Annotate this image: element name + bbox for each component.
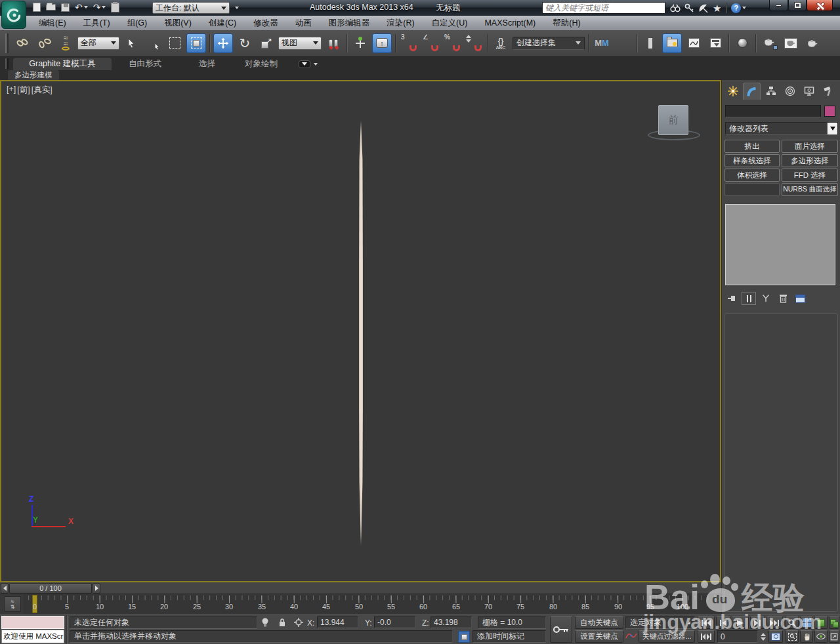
- select-and-rotate-button[interactable]: ↻: [235, 33, 255, 53]
- menu-maxscript[interactable]: MAXScript(M): [476, 16, 544, 30]
- graphite-ribbon-toggle[interactable]: [662, 33, 682, 53]
- next-frame-arrow[interactable]: [93, 583, 100, 594]
- absolute-offset-mode-toggle[interactable]: [293, 617, 304, 630]
- tab-utilities[interactable]: [819, 83, 837, 100]
- ribbon-drag-handle[interactable]: [5, 58, 9, 69]
- isolate-selection-toggle[interactable]: [458, 631, 470, 643]
- rectangular-selection-region-button[interactable]: [165, 33, 184, 53]
- quick-access-overflow-caret[interactable]: [235, 7, 239, 9]
- project-folder-button[interactable]: [111, 1, 119, 13]
- modifier-button-nurbs-select[interactable]: NURBS 曲面选择: [782, 183, 838, 196]
- modifier-button-spline-select[interactable]: 样条线选择: [724, 154, 780, 167]
- search-button[interactable]: [670, 1, 681, 14]
- previous-frame-button[interactable]: [716, 616, 730, 629]
- tab-hierarchy[interactable]: [762, 83, 780, 100]
- viewport-menu-shading[interactable]: [真实]: [32, 85, 52, 96]
- use-pivot-point-button[interactable]: ◆◆: [324, 33, 343, 53]
- viewport-menu-general[interactable]: [+]: [7, 85, 16, 96]
- reference-coordsys-dropdown[interactable]: 视图: [278, 37, 322, 50]
- render-setup-button[interactable]: [759, 33, 779, 53]
- ribbon-tab-freeform[interactable]: 自由形式: [117, 58, 173, 70]
- schematic-view-button[interactable]: [705, 33, 725, 53]
- edit-named-selection-sets-button[interactable]: {}ABC: [491, 33, 511, 53]
- play-animation-button[interactable]: [732, 616, 749, 629]
- x-coord-input[interactable]: [320, 618, 355, 627]
- ribbon-tab-selection[interactable]: 选择: [187, 58, 227, 70]
- undo-dropdown-caret[interactable]: [84, 6, 88, 9]
- subscription-button[interactable]: [684, 1, 694, 14]
- modifier-button-vol-select[interactable]: 体积选择: [724, 169, 780, 182]
- orbit-view-button[interactable]: [814, 630, 828, 643]
- viewcube-cube[interactable]: 前: [658, 105, 688, 135]
- spinner-snap-toggle[interactable]: [464, 33, 484, 53]
- auto-key-toggle[interactable]: 自动关键点: [575, 616, 623, 629]
- bind-to-space-warp-button[interactable]: ≈≈: [56, 33, 75, 53]
- zoom-all-button[interactable]: [800, 616, 813, 629]
- time-configuration-button[interactable]: [768, 630, 783, 643]
- go-to-start-button[interactable]: [698, 616, 715, 629]
- select-object-button[interactable]: [121, 33, 141, 53]
- ribbon-tab-graphite[interactable]: Graphite 建模工具: [13, 58, 112, 70]
- menu-modifiers[interactable]: 修改器: [245, 16, 287, 30]
- zoom-extents-all-button[interactable]: [829, 616, 839, 629]
- y-coord-input[interactable]: [377, 618, 412, 627]
- tab-display[interactable]: [800, 83, 818, 100]
- render-production-button[interactable]: [803, 33, 822, 53]
- zoom-button[interactable]: [786, 616, 799, 629]
- tab-create[interactable]: [724, 83, 742, 100]
- go-to-end-button[interactable]: [766, 616, 783, 629]
- select-and-scale-button[interactable]: ↗: [257, 33, 276, 53]
- open-file-button[interactable]: [46, 1, 56, 13]
- redo-button[interactable]: ↷: [93, 1, 106, 13]
- select-and-move-button[interactable]: [213, 33, 233, 53]
- key-filters-button[interactable]: 关键点过滤器...: [639, 630, 695, 643]
- zoom-region-button[interactable]: [786, 630, 799, 643]
- pin-stack-button[interactable]: [724, 292, 739, 305]
- menu-help[interactable]: 帮助(H): [544, 16, 589, 30]
- mini-curve-editor-button[interactable]: ≈⇅: [4, 596, 21, 612]
- minimize-button[interactable]: [769, 0, 788, 11]
- remove-modifier-button[interactable]: [776, 292, 790, 305]
- named-selection-sets-dropdown[interactable]: 创建选择集: [513, 37, 585, 50]
- maximize-button[interactable]: [788, 0, 807, 11]
- menu-tools[interactable]: 工具(T): [75, 16, 119, 30]
- maximize-viewport-toggle[interactable]: [829, 630, 839, 643]
- selection-filter-dropdown[interactable]: 全部: [77, 37, 119, 50]
- save-file-button[interactable]: [61, 1, 70, 13]
- favorites-button[interactable]: ★: [713, 1, 721, 14]
- maxscript-macro-recorder[interactable]: [1, 616, 64, 629]
- key-filters-curve-button[interactable]: [625, 631, 637, 642]
- ribbon-subtab-poly-modeling[interactable]: 多边形建模: [8, 70, 59, 80]
- frame-spinner[interactable]: [759, 631, 766, 642]
- help-dropdown-caret[interactable]: [742, 7, 746, 9]
- select-by-name-button[interactable]: [143, 33, 163, 53]
- time-slider-handle[interactable]: 0 / 100: [9, 583, 92, 594]
- zoom-extents-button[interactable]: [814, 616, 828, 629]
- pan-view-button[interactable]: [800, 630, 813, 643]
- next-frame-button[interactable]: [750, 616, 765, 629]
- z-coord-input[interactable]: [434, 618, 469, 627]
- toolbar-drag-handle[interactable]: [5, 33, 9, 53]
- search-input[interactable]: [543, 3, 665, 13]
- window-crossing-toggle[interactable]: [186, 33, 206, 53]
- redo-dropdown-caret[interactable]: [102, 6, 106, 9]
- configure-modifier-sets-button[interactable]: [793, 292, 807, 305]
- ribbon-tab-object-paint[interactable]: 对象绘制: [233, 58, 289, 70]
- rendered-frame-window-button[interactable]: [781, 33, 801, 53]
- menu-rendering[interactable]: 渲染(R): [378, 16, 423, 30]
- angle-snap-toggle[interactable]: ∠: [421, 33, 440, 53]
- add-time-tag-field[interactable]: 添加时间标记: [472, 630, 546, 643]
- modifier-list-arrow-button[interactable]: [827, 123, 837, 134]
- modifier-button-extrude[interactable]: 挤出: [724, 140, 780, 153]
- modifier-button-poly-select[interactable]: 多边形选择: [782, 154, 838, 167]
- show-end-result-toggle[interactable]: [742, 292, 756, 305]
- viewcube[interactable]: 前: [646, 101, 702, 143]
- key-mode-toggle-button[interactable]: [698, 630, 715, 643]
- percent-snap-toggle[interactable]: %: [442, 33, 462, 53]
- menu-views[interactable]: 视图(V): [156, 16, 200, 30]
- unlink-selection-button[interactable]: [34, 33, 54, 53]
- undo-button[interactable]: ↶: [75, 1, 88, 13]
- help-button[interactable]: ?: [731, 1, 746, 14]
- object-name-input[interactable]: [726, 106, 820, 117]
- tab-modify[interactable]: [743, 83, 761, 100]
